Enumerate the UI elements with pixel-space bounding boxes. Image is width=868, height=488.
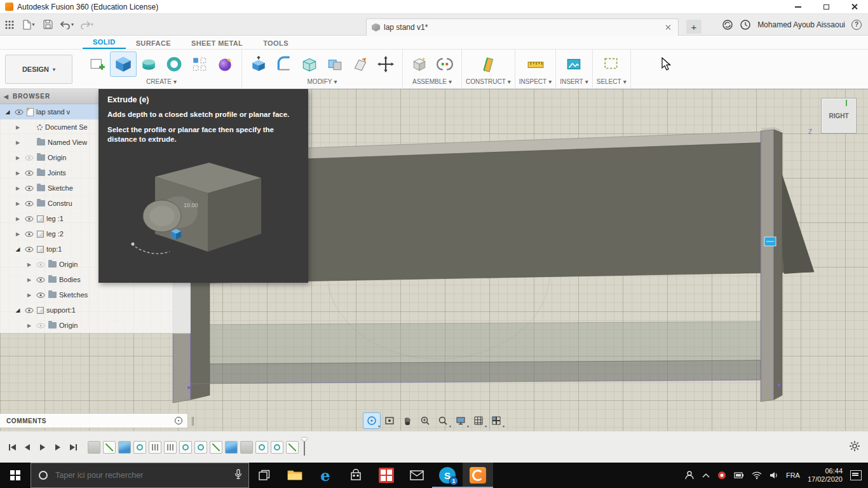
volume-icon[interactable]: [770, 471, 778, 479]
comment-bubble-icon[interactable]: [175, 417, 182, 424]
file-menu-button[interactable]: ▾: [20, 17, 37, 33]
offset-face-button[interactable]: [348, 52, 373, 76]
visibility-eye-icon[interactable]: [24, 231, 34, 237]
timeline-feature-circle[interactable]: [271, 441, 283, 454]
new-component-button[interactable]: [407, 52, 432, 76]
timeline-feature-joint[interactable]: [164, 441, 177, 454]
revolve-button[interactable]: [136, 52, 161, 76]
select-button[interactable]: [599, 52, 624, 76]
grid-snaps-button[interactable]: ▾: [470, 413, 487, 428]
measure-button[interactable]: [523, 52, 548, 76]
tree-collapsed-icon[interactable]: ▶: [14, 155, 22, 161]
panel-resize-grip[interactable]: [192, 417, 194, 426]
browser-item-support-origin[interactable]: ▶ Origin: [0, 318, 191, 333]
tree-collapsed-icon[interactable]: ▶: [25, 262, 33, 268]
view-cube-face-label[interactable]: RIGHT: [829, 112, 848, 119]
create-form-button[interactable]: [212, 52, 238, 76]
battery-icon[interactable]: [734, 472, 744, 478]
workspace-selector[interactable]: DESIGN ▾: [5, 55, 72, 84]
tree-expanded-icon[interactable]: ◢: [14, 307, 22, 313]
tree-collapsed-icon[interactable]: ▶: [14, 170, 22, 176]
shelf-front-face[interactable]: [180, 360, 761, 384]
visibility-eye-icon[interactable]: [36, 292, 46, 298]
orbit-button[interactable]: ▾: [363, 413, 380, 428]
left-leg-side[interactable]: [190, 280, 210, 400]
redo-button[interactable]: ▾: [78, 17, 95, 33]
browser-item-support-1[interactable]: ◢ support:1: [0, 302, 191, 318]
step-back-button[interactable]: [22, 442, 33, 453]
insert-menu[interactable]: INSERT ▾: [560, 78, 588, 85]
combine-button[interactable]: [322, 52, 348, 76]
create-menu[interactable]: CREATE ▾: [146, 78, 177, 85]
fit-button[interactable]: ▾: [435, 413, 451, 428]
visibility-eye-icon[interactable]: [24, 170, 34, 176]
press-pull-button[interactable]: [246, 52, 271, 76]
new-document-tab-button[interactable]: +: [686, 20, 702, 34]
timeline-feature-circle[interactable]: [255, 441, 268, 454]
visibility-eye-icon[interactable]: [24, 216, 34, 222]
tree-collapsed-icon[interactable]: ▶: [25, 277, 33, 283]
search-input[interactable]: [54, 470, 228, 480]
job-status-icon[interactable]: [722, 19, 733, 30]
file-explorer-button[interactable]: [280, 463, 310, 488]
tree-collapsed-icon[interactable]: ▶: [25, 292, 33, 298]
tree-collapsed-icon[interactable]: ▶: [14, 201, 22, 207]
construction-plane-button[interactable]: [475, 52, 501, 76]
manipulator-handle[interactable]: [764, 237, 776, 246]
go-to-end-button[interactable]: [67, 442, 79, 453]
display-settings-button[interactable]: ▾: [452, 413, 469, 428]
tab-sheet-metal[interactable]: SHEET METAL: [181, 37, 253, 49]
browser-item-top-sketches[interactable]: ▶ Sketches: [0, 287, 191, 302]
hidden-icons-chevron-icon[interactable]: [702, 473, 710, 478]
timeline-feature-component[interactable]: [240, 441, 253, 454]
collapse-browser-icon[interactable]: ◀: [0, 93, 13, 100]
timeline-feature-circle[interactable]: [194, 441, 207, 454]
joint-button[interactable]: [432, 52, 458, 76]
fillet-button[interactable]: [271, 52, 297, 76]
visibility-eye-off-icon[interactable]: [36, 262, 46, 268]
notifications-clock-icon[interactable]: [740, 19, 751, 30]
sweep-button[interactable]: [161, 52, 187, 76]
pan-button[interactable]: [399, 413, 416, 428]
store-button[interactable]: [341, 463, 371, 488]
tree-collapsed-icon[interactable]: ▶: [14, 216, 22, 222]
view-cube[interactable]: RIGHT: [821, 98, 857, 133]
visibility-eye-icon[interactable]: [24, 308, 34, 313]
taskbar-search[interactable]: [31, 463, 249, 488]
go-to-start-button[interactable]: [6, 442, 18, 453]
skype-button[interactable]: S 1: [432, 463, 463, 488]
tab-tools[interactable]: TOOLS: [253, 37, 299, 49]
microphone-icon[interactable]: [228, 469, 248, 482]
tray-app-icon[interactable]: [717, 471, 726, 480]
move-copy-button[interactable]: [373, 52, 398, 76]
insert-canvas-button[interactable]: [561, 52, 587, 76]
close-button[interactable]: [840, 0, 868, 14]
viewports-button[interactable]: ▾: [488, 413, 505, 428]
pattern-button[interactable]: [187, 52, 212, 76]
language-indicator[interactable]: FRA: [786, 471, 800, 479]
action-center-icon[interactable]: [850, 470, 862, 480]
select-menu[interactable]: SELECT ▾: [597, 78, 627, 85]
people-icon[interactable]: [684, 470, 695, 480]
shell-button[interactable]: [297, 52, 322, 76]
timeline-feature-extrude[interactable]: [118, 441, 131, 454]
tree-expanded-icon[interactable]: ◢: [14, 246, 22, 252]
document-tab[interactable]: lap stand v1*: [366, 18, 679, 36]
step-forward-button[interactable]: [52, 442, 64, 453]
save-button[interactable]: [39, 17, 56, 33]
zoom-button[interactable]: [417, 413, 433, 428]
right-leg-front[interactable]: [761, 130, 774, 402]
visibility-eye-icon[interactable]: [24, 201, 34, 207]
visibility-eye-off-icon[interactable]: [36, 323, 46, 329]
timeline-feature-component[interactable]: [88, 441, 100, 454]
timeline-feature-sketch[interactable]: [210, 441, 222, 454]
app-grid-button[interactable]: [1, 17, 18, 33]
help-icon[interactable]: ?: [851, 20, 862, 30]
tree-collapsed-icon[interactable]: ▶: [14, 231, 22, 237]
close-tab-icon[interactable]: [664, 23, 673, 32]
visibility-eye-off-icon[interactable]: [24, 155, 34, 161]
shelf-top-face[interactable]: [180, 322, 773, 364]
mail-button[interactable]: [402, 463, 432, 488]
construct-menu[interactable]: CONSTRUCT ▾: [466, 78, 511, 85]
tab-solid[interactable]: SOLID: [83, 36, 126, 49]
